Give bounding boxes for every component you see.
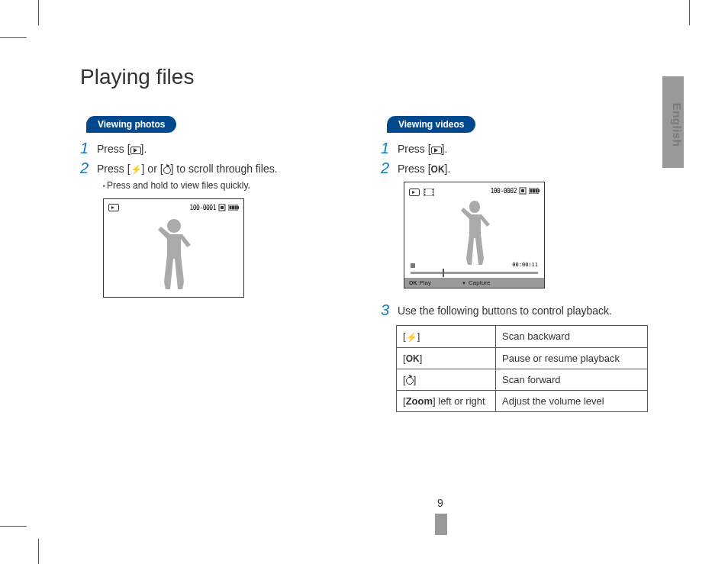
control-key-cell: [] <box>397 369 496 390</box>
crop-mark <box>0 37 27 38</box>
control-desc-cell: Adjust the volume level <box>496 390 648 411</box>
crop-mark <box>689 0 690 25</box>
svg-rect-20 <box>536 189 538 193</box>
page-title: Playing files <box>80 65 648 89</box>
play-label: Play <box>420 279 432 286</box>
flash-icon: ⚡ <box>130 165 142 174</box>
control-desc-cell: Scan forward <box>496 369 648 390</box>
section-badge-videos: Viewing videos <box>387 116 475 133</box>
timer-icon <box>163 164 171 175</box>
file-counter: 100-0001 <box>189 205 216 211</box>
page-number-bar <box>435 514 447 535</box>
control-desc-cell: Pause or resume playback <box>496 347 648 369</box>
lcd-bottom-bar: OK Play ▼ Capture <box>404 278 544 288</box>
step-number: 2 <box>381 160 398 176</box>
svg-rect-17 <box>538 189 540 192</box>
step-text: Press [ <box>398 163 431 175</box>
card-icon <box>218 204 226 211</box>
step-text: ]. <box>442 143 448 155</box>
step-text: ] to scroll through files. <box>171 163 278 175</box>
step-number: 2 <box>80 160 97 176</box>
svg-rect-6 <box>235 206 237 210</box>
step-text: ]. <box>141 143 147 155</box>
svg-rect-18 <box>530 189 533 193</box>
step-text: Use the following buttons to control pla… <box>398 302 612 317</box>
control-key-cell: [⚡] <box>397 326 496 348</box>
zoom-suffix: ] left or right <box>433 395 485 407</box>
control-desc-cell: Scan backward <box>496 326 648 348</box>
video-time: 00:00:11 <box>512 262 538 268</box>
viewing-videos-section: Viewing videos 1 Press []. 2 Press [OK]. <box>381 116 648 412</box>
playback-icon <box>431 144 442 155</box>
svg-rect-15 <box>521 189 524 192</box>
step-3: 3 Use the following buttons to control p… <box>381 302 648 317</box>
lcd-screen-video: 100-0002 00:00:11 <box>404 182 545 288</box>
ok-label-icon: OK <box>409 280 417 285</box>
svg-rect-5 <box>232 206 234 210</box>
step-2: 2 Press [⚡] or [] to scroll through file… <box>80 160 346 176</box>
progress-bar <box>411 272 538 274</box>
table-row: [⚡] Scan backward <box>397 326 648 348</box>
step-text: Press [ <box>97 163 130 175</box>
page-number: 9 <box>437 497 443 509</box>
crop-mark <box>38 539 39 564</box>
step-text: ]. <box>445 163 451 175</box>
svg-rect-1 <box>221 206 224 209</box>
step-number: 3 <box>381 302 398 317</box>
playback-mode-icon <box>108 204 119 211</box>
lcd-screen-photo: 100-0001 <box>103 198 244 298</box>
step-1: 1 Press []. <box>381 140 648 156</box>
table-row: [OK] Pause or resume playback <box>397 347 648 369</box>
svg-rect-19 <box>533 189 535 193</box>
control-key-cell: [OK] <box>397 347 496 369</box>
control-key-cell: [Zoom] left or right <box>397 390 496 411</box>
step-text: Press [ <box>97 143 130 155</box>
step-1: 1 Press []. <box>80 140 346 156</box>
down-arrow-icon: ▼ <box>462 281 466 285</box>
ok-icon: OK <box>431 165 445 174</box>
sub-note: Press and hold to view files quickly. <box>103 180 346 191</box>
battery-icon <box>529 188 540 194</box>
person-silhouette <box>147 213 201 293</box>
table-row: [Zoom] left or right Adjust the volume l… <box>397 390 648 411</box>
viewing-photos-section: Viewing photos 1 Press []. 2 Press [⚡] o… <box>80 116 346 412</box>
table-row: [] Scan forward <box>397 369 648 390</box>
language-label: English <box>672 103 685 147</box>
flash-icon: ⚡ <box>406 332 417 343</box>
step-number: 1 <box>381 140 398 156</box>
card-icon <box>519 187 527 195</box>
step-2: 2 Press [OK]. <box>381 160 648 176</box>
file-counter: 100-0002 <box>490 188 517 195</box>
section-badge-photos: Viewing photos <box>86 116 176 133</box>
capture-label: Capture <box>469 279 490 286</box>
zoom-label: Zoom <box>406 395 433 407</box>
svg-rect-3 <box>237 206 239 209</box>
ok-icon: OK <box>406 353 420 364</box>
control-table: [⚡] Scan backward [OK] Pause or resume p… <box>396 325 648 412</box>
stop-indicator <box>411 263 415 268</box>
svg-rect-4 <box>230 206 232 210</box>
person-silhouette <box>451 196 498 269</box>
step-text: ] or [ <box>142 163 163 175</box>
crop-mark <box>38 0 39 25</box>
crop-mark <box>0 526 27 527</box>
timer-icon <box>406 375 414 385</box>
step-number: 1 <box>80 140 97 156</box>
battery-icon <box>228 205 239 211</box>
playback-icon <box>130 144 141 155</box>
step-text: Press [ <box>398 143 431 155</box>
